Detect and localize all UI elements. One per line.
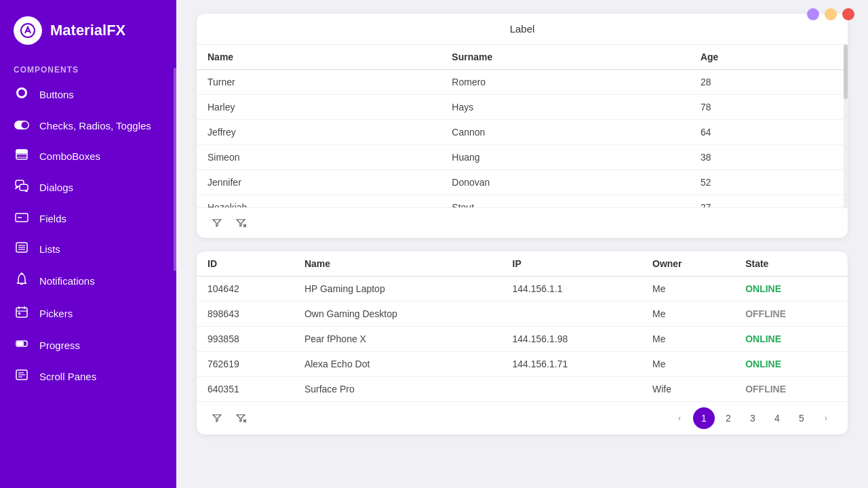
table-row: 898643Own Gaming DesktopMeOFFLINE (197, 302, 848, 327)
table-cell: Wife (642, 377, 734, 402)
next-page-button[interactable]: › (815, 407, 837, 429)
table-cell: Harley (197, 95, 441, 120)
sidebar-item-label: ComboBoxes (39, 150, 100, 162)
table-cell (502, 377, 642, 402)
table-cell: Me (642, 302, 734, 327)
sidebar-item-dialogs[interactable]: Dialogs (0, 171, 176, 203)
table-cell: 993858 (197, 327, 294, 352)
table-cell: ONLINE (734, 277, 848, 302)
sidebar-item-scroll-panes[interactable]: Scroll Panes (0, 361, 176, 392)
sidebar-item-comboboxes[interactable]: ComboBoxes (0, 141, 176, 171)
page-1-button[interactable]: 1 (693, 407, 715, 429)
table-row: SimeonHuang38 (197, 145, 848, 170)
table-cell: 52 (690, 170, 848, 195)
sidebar-item-notifications[interactable]: Notifications (0, 264, 176, 298)
progress-icon (14, 338, 30, 353)
sidebar-scrollbar[interactable] (174, 68, 176, 271)
table-row: 640351Surface ProWifeOFFLINE (197, 377, 848, 402)
table-cell: 78 (690, 95, 848, 120)
table-cell: Me (642, 327, 734, 352)
clear-filter-icon[interactable] (232, 214, 251, 232)
sidebar-item-fields[interactable]: Fields (0, 203, 176, 234)
table-row: JeffreyCannon64 (197, 120, 848, 145)
sidebar-item-label: Dialogs (39, 182, 73, 193)
col-ip: IP (502, 251, 642, 277)
svg-point-2 (18, 89, 25, 96)
table-row: 762619Alexa Echo Dot144.156.1.71MeONLINE (197, 352, 848, 377)
page-3-button[interactable]: 3 (742, 407, 764, 429)
sidebar-item-pickers[interactable]: Pickers (0, 298, 176, 329)
table1-label: Label (197, 14, 848, 45)
table2-footer: ‹ 1 2 3 4 5 › (197, 401, 848, 434)
pickers-icon (14, 306, 30, 321)
table-cell: 28 (690, 70, 848, 95)
svg-rect-24 (17, 342, 24, 346)
table1-wrapper[interactable]: Name Surname Age TurnerRomero28HarleyHay… (197, 45, 848, 207)
table-cell: Jeffrey (197, 120, 441, 145)
table-cell: Donovan (441, 170, 690, 195)
card-table2: ID Name IP Owner State 104642HP Gaming L… (197, 251, 848, 434)
table1-footer (197, 207, 848, 238)
table-cell: 27 (690, 195, 848, 208)
clear-filter-icon-2[interactable] (232, 409, 251, 428)
svg-point-17 (21, 273, 23, 275)
table-cell: Huang (441, 145, 690, 170)
table-cell: 38 (690, 145, 848, 170)
table-cell: Me (642, 352, 734, 377)
svg-rect-18 (16, 308, 27, 317)
scrollbar-thumb[interactable] (844, 45, 848, 99)
table-row: 993858Pear fPhone X144.156.1.98MeONLINE (197, 327, 848, 352)
sidebar-item-label: Fields (39, 213, 66, 224)
col-id: ID (197, 251, 294, 277)
table2: ID Name IP Owner State 104642HP Gaming L… (197, 251, 848, 401)
table-cell: Simeon (197, 145, 441, 170)
table-cell: Stout (441, 195, 690, 208)
svg-rect-22 (18, 312, 20, 314)
scrollbar-track[interactable] (844, 45, 848, 207)
page-2-button[interactable]: 2 (717, 407, 739, 429)
table-cell: Surface Pro (294, 377, 502, 402)
table-cell: 144.156.1.1 (502, 277, 642, 302)
toggle-icon (14, 119, 30, 133)
col-age: Age (690, 45, 848, 70)
lists-icon (14, 242, 30, 256)
circle-red (842, 8, 854, 20)
table-cell: Me (642, 277, 734, 302)
sidebar-item-label: Scroll Panes (39, 371, 96, 382)
card-table1: Label Name Surname Age TurnerRomero28Har… (197, 14, 848, 238)
table-cell: Own Gaming Desktop (294, 302, 502, 327)
page-4-button[interactable]: 4 (766, 407, 788, 429)
sidebar-item-label: Pickers (39, 308, 73, 319)
col-state: State (734, 251, 848, 277)
table-cell: 898643 (197, 302, 294, 327)
table-cell: Pear fPhone X (294, 327, 502, 352)
sidebar-item-progress[interactable]: Progress (0, 329, 176, 361)
circle-purple (807, 8, 819, 20)
dialogs-icon (14, 180, 30, 195)
table-row: 104642HP Gaming Laptop144.156.1.1MeONLIN… (197, 277, 848, 302)
combobox-icon (14, 149, 30, 163)
svg-rect-10 (20, 184, 28, 190)
table-cell (502, 302, 642, 327)
sidebar-item-label: Buttons (39, 89, 74, 100)
table-cell: Turner (197, 70, 441, 95)
sidebar-item-label: Lists (39, 243, 60, 255)
table-cell: ONLINE (734, 352, 848, 377)
sidebar-item-buttons[interactable]: Buttons (0, 79, 176, 110)
table-row: HezekiahStout27 (197, 195, 848, 208)
filter-icon-2[interactable] (208, 409, 226, 428)
sidebar-item-label: Progress (39, 340, 80, 351)
table-cell: Hays (441, 95, 690, 120)
page-5-button[interactable]: 5 (791, 407, 812, 429)
fields-icon (14, 211, 30, 226)
sidebar-item-lists[interactable]: Lists (0, 234, 176, 264)
app-logo: MaterialFX (0, 0, 176, 58)
col-name: Name (294, 251, 502, 277)
sidebar-item-checks-radios-toggles[interactable]: Checks, Radios, Toggles (0, 110, 176, 141)
prev-page-button[interactable]: ‹ (669, 407, 690, 429)
table-cell: ONLINE (734, 327, 848, 352)
filter-icon[interactable] (208, 214, 226, 232)
table-cell: Jennifer (197, 170, 441, 195)
table-cell: 144.156.1.71 (502, 352, 642, 377)
table-row: TurnerRomero28 (197, 70, 848, 95)
